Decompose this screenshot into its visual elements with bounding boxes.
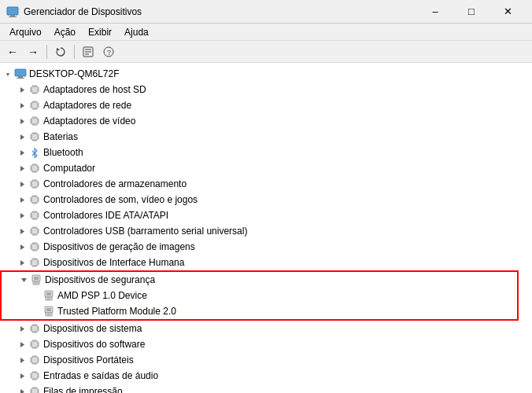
properties-icon	[83, 46, 94, 57]
expander-disp-interface[interactable]	[16, 256, 28, 269]
menu-exibir[interactable]: Exibir	[82, 25, 118, 39]
tree-item-ctrl-usb[interactable]: Controladores USB (barramento serial uni…	[0, 223, 532, 239]
expander-adaptadores-video[interactable]	[16, 115, 28, 127]
expander-amd-psp	[30, 289, 42, 302]
icon-baterias	[28, 130, 41, 143]
svg-marker-3	[57, 48, 60, 51]
tree-item-computador[interactable]: Computador	[0, 160, 532, 176]
tree-item-ctrl-armazenamento[interactable]: Controladores de armazenamento	[0, 176, 532, 192]
label-disp-portateis: Dispositivos Portáteis	[43, 354, 134, 365]
menu-acao[interactable]: Ação	[48, 25, 82, 39]
tree-item-disp-interface[interactable]: Dispositivos de Interface Humana	[0, 255, 532, 270]
icon-adaptadores-host	[28, 83, 41, 96]
tree-item-disp-sistema[interactable]: Dispositivos de sistema	[0, 321, 532, 336]
expander-disp-portateis[interactable]	[16, 354, 28, 366]
svg-rect-28	[31, 102, 38, 108]
svg-rect-71	[31, 165, 38, 171]
svg-rect-210	[31, 357, 38, 363]
label-adaptadores-host: Adaptadores de host SD	[43, 84, 146, 95]
maximize-button[interactable]: □	[453, 0, 490, 24]
svg-marker-69	[20, 150, 24, 156]
label-entradas-audio: Entradas e saídas de áudio	[43, 370, 158, 381]
expander-adaptadores-host[interactable]	[16, 83, 28, 96]
svg-marker-55	[20, 134, 24, 140]
menu-bar: Arquivo Ação Exibir Ajuda	[0, 24, 532, 41]
tree-item-adaptadores-rede[interactable]: Adaptadores de rede	[0, 97, 532, 113]
label-baterias: Baterias	[43, 131, 78, 142]
svg-rect-224	[31, 373, 38, 379]
expander-disp-seguranca[interactable]	[17, 274, 30, 286]
close-button[interactable]: ✕	[490, 0, 526, 24]
svg-rect-14	[31, 86, 38, 93]
tree-item-disp-seguranca[interactable]: Dispositivos de segurança	[2, 272, 517, 288]
expander-adaptadores-rede[interactable]	[16, 99, 28, 112]
svg-rect-10	[15, 69, 26, 76]
label-disp-imagens: Dispositivos de geração de imagens	[43, 241, 195, 252]
tree-root[interactable]: DESKTOP-QM6L72F	[2, 66, 532, 82]
minimize-button[interactable]: –	[417, 0, 453, 24]
help-icon: ?	[103, 46, 114, 57]
label-adaptadores-rede: Adaptadores de rede	[43, 100, 131, 111]
menu-ajuda[interactable]: Ajuda	[118, 25, 155, 39]
expander-computador[interactable]	[16, 162, 28, 174]
svg-rect-2	[9, 17, 17, 17]
expander-disp-sistema[interactable]	[16, 322, 28, 335]
expander-ctrl-som[interactable]	[16, 193, 28, 206]
icon-disp-interface	[28, 256, 41, 269]
tree-item-tpm[interactable]: Trusted Platform Module 2.0	[2, 303, 517, 319]
tree-item-adaptadores-video[interactable]: Adaptadores de vídeo	[0, 113, 532, 129]
root-expander[interactable]	[2, 68, 14, 80]
expander-ctrl-ide[interactable]	[16, 209, 28, 222]
svg-rect-12	[17, 78, 24, 79]
tree-item-ctrl-ide[interactable]: Controladores IDE ATA/ATAPI	[0, 208, 532, 223]
tree-item-entradas-audio[interactable]: Entradas e saídas de áudio	[0, 368, 532, 384]
label-computador: Computador	[43, 163, 95, 174]
tree-item-filas-impressao[interactable]: Filas de impressão	[0, 384, 532, 393]
label-disp-sistema: Dispositivos de sistema	[43, 323, 142, 334]
svg-rect-56	[31, 134, 38, 140]
svg-rect-99	[31, 196, 38, 203]
icon-adaptadores-rede	[28, 99, 41, 112]
tree-item-disp-imagens[interactable]: Dispositivos de geração de imagens	[0, 239, 532, 255]
expander-bluetooth[interactable]	[16, 146, 28, 159]
expander-ctrl-usb[interactable]	[16, 225, 28, 237]
expander-disp-imagens[interactable]	[16, 241, 28, 253]
window-title: Gerenciador de Dispositivos	[24, 6, 142, 17]
tree-item-bluetooth[interactable]: Bluetooth	[0, 145, 532, 160]
icon-ctrl-armazenamento	[28, 178, 41, 190]
tree-item-disp-portateis[interactable]: Dispositivos Portáteis	[0, 352, 532, 368]
expander-baterias[interactable]	[16, 130, 28, 143]
svg-rect-141	[31, 244, 38, 250]
icon-disp-imagens	[28, 241, 41, 253]
label-adaptadores-video: Adaptadores de vídeo	[43, 116, 135, 127]
device-tree[interactable]: DESKTOP-QM6L72F Adaptadores de host SDAd…	[0, 63, 532, 393]
expander-entradas-audio[interactable]	[16, 369, 28, 382]
back-button[interactable]: ←	[3, 43, 22, 61]
label-ctrl-armazenamento: Controladores de armazenamento	[43, 178, 187, 189]
svg-rect-11	[18, 76, 23, 78]
refresh-button[interactable]	[51, 43, 70, 61]
label-ctrl-som: Controladores de som, vídeo e jogos	[43, 194, 198, 205]
tree-item-disp-software[interactable]: Dispositivos do software	[0, 336, 532, 352]
expander-filas-impressao[interactable]	[16, 385, 28, 393]
expander-tpm	[30, 305, 42, 318]
svg-marker-70	[20, 166, 24, 171]
tree-item-amd-psp[interactable]: AMD PSP 1.0 Device	[2, 288, 517, 303]
menu-arquivo[interactable]: Arquivo	[3, 25, 48, 39]
help-button[interactable]: ?	[99, 43, 118, 61]
title-controls: – □ ✕	[417, 0, 526, 24]
svg-text:?: ?	[107, 49, 111, 57]
properties-button[interactable]	[79, 43, 98, 61]
tree-item-adaptadores-host[interactable]: Adaptadores de host SD	[0, 82, 532, 97]
title-bar-left: Gerenciador de Dispositivos	[6, 6, 142, 18]
tree-item-ctrl-som[interactable]: Controladores de som, vídeo e jogos	[0, 192, 532, 208]
icon-ctrl-ide	[28, 209, 41, 222]
expander-disp-software[interactable]	[16, 338, 28, 351]
svg-marker-126	[20, 229, 24, 234]
forward-button[interactable]: →	[24, 43, 42, 61]
tree-item-baterias[interactable]: Baterias	[0, 129, 532, 145]
svg-marker-209	[20, 358, 24, 363]
expander-ctrl-armazenamento[interactable]	[16, 178, 28, 190]
icon-ctrl-som	[28, 193, 41, 206]
toolbar-separator-1	[46, 45, 47, 59]
